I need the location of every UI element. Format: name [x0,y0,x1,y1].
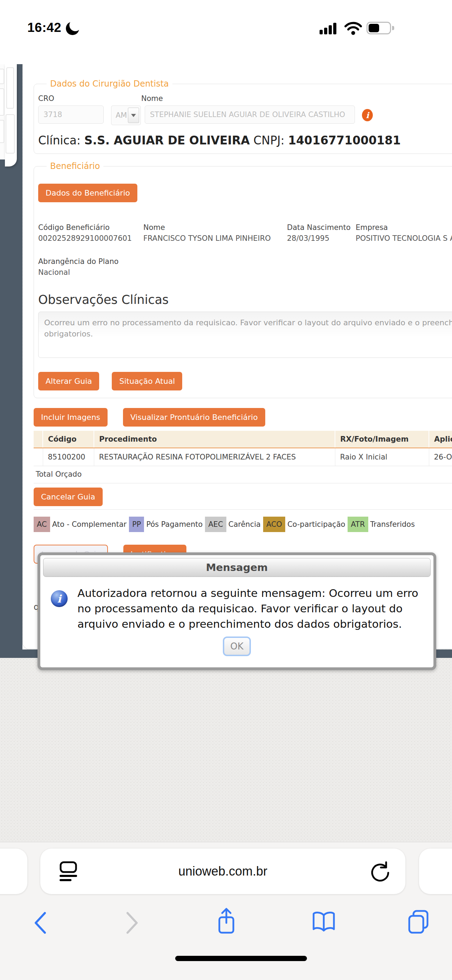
table-header-row: Código Procedimento RX/Foto/Imagem Aplic… [33,431,452,448]
reader-icon[interactable] [59,860,78,884]
wifi-icon [344,21,362,37]
abrangencia-value: Nacional [38,268,452,277]
total-orcado-label: Total Orçado [33,466,452,483]
dentist-legend: Dados do Cirurgião Dentista [46,79,172,89]
beneficiario-field: Empresa POSITIVO TECNOLOGIA S A [356,223,452,243]
field-label: Data Nascimento [287,223,356,232]
cancelar-guia-button[interactable]: Cancelar Guia [33,488,103,506]
cell-procedimento: RESTAURAÇÃO RESINA FOTOPOLIMERIZÁVEL 2 F… [94,448,335,466]
beneficiario-fieldset: Beneficiário Dados do Beneficiário Códig… [33,161,452,398]
background-stub [6,114,15,154]
header-empty [33,431,43,448]
info-dialog-icon: i [51,590,68,607]
adjacent-tab-left[interactable] [0,849,27,894]
badge-aec-label: Carência [228,520,261,528]
status-bar: 16:42 [0,0,452,64]
ok-button[interactable]: OK [223,636,251,656]
table-row[interactable]: 85100200 RESTAURAÇÃO RESINA FOTOPOLIMERI… [33,448,452,466]
badge-aco-label: Co-participação [287,520,345,528]
header-procedimento: Procedimento [94,431,335,448]
forward-icon[interactable] [123,910,140,937]
mensagem-dialog: Mensagem i Autorizadora retornou a segui… [38,552,436,670]
uf-dropdown-button[interactable] [128,108,139,123]
field-value: FRANCISCO TYSON LIMA PINHEIRO [143,234,287,243]
dialog-titlebar[interactable]: Mensagem [43,558,431,577]
battery-icon [366,22,395,34]
cnpj-label: CNPJ: [253,134,284,147]
abrangencia-label: Abrangência do Plano [38,257,452,266]
badge-ac: AC [33,517,50,532]
share-icon[interactable] [215,907,237,938]
cell-rx: Raio X Inicial [335,448,429,466]
cro-label: CRO [38,94,141,103]
url-text: unioweb.com.br [178,864,267,879]
browser-nav-row [0,906,452,940]
field-label: Empresa [356,223,452,232]
divider [33,509,452,510]
background-stub [6,67,14,109]
info-icon[interactable]: i [362,109,373,121]
nome-label: Nome [141,94,163,103]
header-aplicacao: Aplicação [429,431,452,448]
reload-icon[interactable] [369,860,390,884]
alterar-guia-button[interactable]: Alterar Guia [38,372,99,390]
dentist-fieldset: Dados do Cirurgião Dentista CRO Nome 371… [33,79,452,154]
background-stub [0,120,4,143]
dialog-message: Autorizadora retornou a seguinte mensage… [78,585,423,632]
cnpj-value: 14016771000181 [288,134,401,147]
badge-atr-label: Transferidos [370,520,415,528]
cell-empty [33,448,43,466]
procedimentos-table: Código Procedimento RX/Foto/Imagem Aplic… [33,431,452,483]
uf-select[interactable]: AM [111,105,141,125]
address-bar[interactable]: unioweb.com.br [40,849,406,894]
clock: 16:42 [27,20,61,35]
uf-value: AM [116,111,127,119]
moon-icon [66,22,80,36]
field-value: 28/03/1995 [287,234,356,243]
incluir-imagens-button[interactable]: Incluir Imagens [33,408,108,426]
badge-ac-label: Ato - Complementar [52,520,126,528]
badge-aec: AEC [205,517,226,532]
observacoes-textarea[interactable]: Ocorreu um erro no processamento da requ… [38,312,452,358]
clinica-name: S.S. AGUIAR DE OLIVEIRA [84,134,250,147]
home-indicator[interactable] [175,956,307,961]
screen: Dados do Cirurgião Dentista CRO Nome 371… [0,0,452,980]
badge-aco: ACO [263,517,285,532]
nome-input[interactable]: STEPHANIE SUELLEN AGUIAR DE OLIVEIRA CAS… [145,105,355,124]
situacao-atual-button[interactable]: Situação Atual [112,372,182,390]
header-rx: RX/Foto/Imagem [335,431,429,448]
field-value: POSITIVO TECNOLOGIA S A [356,234,452,243]
visualizar-prontuario-button[interactable]: Visualizar Prontuário Beneficiário [123,408,265,426]
badge-pp-label: Pós Pagamento [146,520,202,528]
background-stub [0,88,4,116]
badge-atr: ATR [348,517,368,532]
field-value: 00202528929100007601 [38,234,143,243]
bookmarks-icon[interactable] [311,911,336,935]
cell-codigo: 85100200 [43,448,94,466]
legend-badges: AC Ato - Complementar PP Pós Pagamento A… [33,517,452,532]
clinica-label: Clínica: [38,134,81,147]
signal-icon [320,22,340,34]
beneficiario-legend: Beneficiário [46,161,103,171]
clinica-line: Clínica: S.S. AGUIAR DE OLIVEIRA CNPJ: 1… [38,134,452,147]
cro-input[interactable]: 3718 [38,105,104,124]
cell-aplicacao: 26-O,P [429,448,452,466]
beneficiario-field: Nome FRANCISCO TYSON LIMA PINHEIRO [143,223,287,243]
field-label: Código Beneficiário [38,223,143,232]
beneficiario-field: Código Beneficiário 00202528929100007601 [38,223,143,243]
adjacent-tab-right[interactable] [419,849,452,894]
back-icon[interactable] [32,910,49,937]
tabs-icon[interactable] [406,909,431,935]
dados-beneficiario-button[interactable]: Dados do Beneficiário [38,184,137,202]
badge-pp: PP [129,517,144,532]
abrangencia-field: Abrangência do Plano Nacional [38,257,452,277]
field-label: Nome [143,223,287,232]
chevron-down-icon [131,114,136,117]
background-stub [0,69,4,84]
page-background [0,658,452,842]
header-codigo: Código [43,431,94,448]
observacoes-title: Observações Clínicas [38,293,452,307]
beneficiario-field: Data Nascimento 28/03/1995 [287,223,356,243]
